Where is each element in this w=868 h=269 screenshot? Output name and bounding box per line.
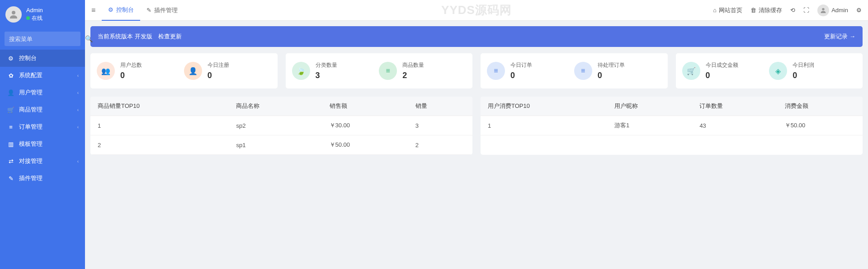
tab-0[interactable]: ⚙控制台 <box>102 0 140 21</box>
tab-label: 插件管理 <box>154 6 178 14</box>
sidebar: Admin 在线 🔍 ⚙控制台✿系统配置‹👤用户管理‹🛒商品管理‹≡订单管理‹▥… <box>0 0 85 269</box>
user-spending-table: 用户消费TOP10用户昵称订单数量消费金额1游客143￥50.00 <box>481 97 863 155</box>
table-header: 消费金额 <box>778 97 863 116</box>
stat-value: 2 <box>402 71 424 80</box>
stat-value: 0 <box>793 71 814 80</box>
main: ≡ ⚙控制台✎插件管理 YYDS源码网 ⌂网站首页 🗑清除缓存 ⟲ ⛶ Admi… <box>85 0 868 269</box>
table-row: 2sp1￥50.002 <box>90 135 472 155</box>
menu-icon: ✿ <box>7 72 14 79</box>
changelog-link[interactable]: 更新记录 → <box>824 32 855 41</box>
settings-icon[interactable]: ⚙ <box>856 7 862 14</box>
stat-icon: 👥 <box>97 62 115 80</box>
topbar: ≡ ⚙控制台✎插件管理 YYDS源码网 ⌂网站首页 🗑清除缓存 ⟲ ⛶ Admi… <box>85 0 868 21</box>
menu-label: 模板管理 <box>19 140 42 148</box>
stat-label: 今日订单 <box>510 61 532 69</box>
version-banner: 当前系统版本 开发版 检查更新 更新记录 → <box>90 26 863 47</box>
home-link[interactable]: ⌂网站首页 <box>713 6 742 14</box>
stat-value: 0 <box>510 71 532 80</box>
product-sales-table: 商品销量TOP10商品名称销售额销量1sp2￥30.0032sp1￥50.002 <box>90 97 472 155</box>
topbar-avatar <box>817 5 829 16</box>
search-input[interactable] <box>9 36 85 42</box>
banner-left: 当前系统版本 开发版 检查更新 <box>98 32 182 41</box>
menu-label: 订单管理 <box>19 123 42 131</box>
user-info: Admin 在线 <box>26 7 43 22</box>
check-update-link[interactable]: 检查更新 <box>158 33 182 40</box>
watermark: YYDS源码网 <box>441 2 512 18</box>
tab-icon: ⚙ <box>108 6 113 13</box>
stat-icon: 🍃 <box>292 62 310 80</box>
svg-point-1 <box>822 8 824 10</box>
topbar-right: ⌂网站首页 🗑清除缓存 ⟲ ⛶ Admin ⚙ <box>713 5 862 16</box>
stats-card-1: 🍃分类数量3≡商品数量2 <box>286 53 473 88</box>
stat-label: 分类数量 <box>316 61 337 69</box>
avatar[interactable] <box>5 6 22 23</box>
sidebar-item-2[interactable]: 👤用户管理‹ <box>0 84 85 101</box>
chevron-left-icon: ‹ <box>77 90 79 95</box>
refresh-icon[interactable]: ⟲ <box>790 7 795 14</box>
sidebar-menu: ⚙控制台✿系统配置‹👤用户管理‹🛒商品管理‹≡订单管理‹▥模板管理⇄对接管理‹✎… <box>0 50 85 187</box>
sidebar-item-4[interactable]: ≡订单管理‹ <box>0 118 85 135</box>
stat-value: 0 <box>598 71 625 80</box>
user-section: Admin 在线 <box>0 0 85 29</box>
table-header: 订单数量 <box>692 97 777 116</box>
search-icon[interactable]: 🔍 <box>85 35 93 42</box>
hamburger-icon[interactable]: ≡ <box>91 6 95 14</box>
table-header: 商品名称 <box>229 97 322 116</box>
stats-row: 👥用户总数0👤今日注册0🍃分类数量3≡商品数量2≡今日订单0≡待处理订单0🛒今日… <box>90 53 863 88</box>
menu-label: 对接管理 <box>19 157 42 165</box>
chevron-left-icon: ‹ <box>77 125 79 130</box>
chevron-left-icon: ‹ <box>77 73 79 78</box>
stat-value: 0 <box>120 71 142 80</box>
stat-icon: ≡ <box>574 62 592 80</box>
table-row: 1sp2￥30.003 <box>90 116 472 135</box>
stat-5: ≡待处理订单0 <box>574 61 661 80</box>
stat-icon: ◈ <box>769 62 787 80</box>
sidebar-item-0[interactable]: ⚙控制台 <box>0 50 85 67</box>
stat-label: 商品数量 <box>402 61 424 69</box>
menu-label: 控制台 <box>19 54 37 62</box>
stat-label: 今日成交金额 <box>706 61 738 69</box>
sidebar-item-3[interactable]: 🛒商品管理‹ <box>0 101 85 118</box>
table-header: 用户消费TOP10 <box>481 97 607 116</box>
svg-point-0 <box>12 11 15 14</box>
sidebar-item-6[interactable]: ⇄对接管理‹ <box>0 153 85 170</box>
stat-icon: ≡ <box>379 62 397 80</box>
table-header: 用户昵称 <box>607 97 692 116</box>
table-header: 销量 <box>408 97 472 116</box>
stat-1: 👤今日注册0 <box>184 61 271 80</box>
search-box[interactable]: 🔍 <box>5 32 80 46</box>
menu-label: 商品管理 <box>19 106 42 114</box>
stat-2: 🍃分类数量3 <box>292 61 379 80</box>
user-status: 在线 <box>26 14 43 22</box>
stat-0: 👥用户总数0 <box>97 61 184 80</box>
sidebar-item-1[interactable]: ✿系统配置‹ <box>0 67 85 84</box>
stat-label: 待处理订单 <box>598 61 625 69</box>
tables-row: 商品销量TOP10商品名称销售额销量1sp2￥30.0032sp1￥50.002… <box>90 97 863 155</box>
fullscreen-icon[interactable]: ⛶ <box>803 7 809 14</box>
chevron-left-icon: ‹ <box>77 159 79 164</box>
tabs: ⚙控制台✎插件管理 <box>102 0 184 21</box>
stat-value: 0 <box>706 71 738 80</box>
stat-6: 🛒今日成交金额0 <box>682 61 769 80</box>
user-name: Admin <box>26 7 43 14</box>
stat-3: ≡商品数量2 <box>379 61 466 80</box>
stat-label: 用户总数 <box>120 61 142 69</box>
home-icon: ⌂ <box>713 7 717 14</box>
clear-cache-link[interactable]: 🗑清除缓存 <box>750 6 782 14</box>
menu-icon: ▥ <box>7 141 14 148</box>
stat-7: ◈今日利润0 <box>769 61 856 80</box>
user-dropdown[interactable]: Admin <box>817 5 848 16</box>
stats-card-0: 👥用户总数0👤今日注册0 <box>90 53 278 88</box>
tab-1[interactable]: ✎插件管理 <box>140 0 184 21</box>
menu-icon: 👤 <box>7 89 14 96</box>
stats-card-3: 🛒今日成交金额0◈今日利润0 <box>676 53 863 88</box>
menu-icon: ⚙ <box>7 55 14 62</box>
stat-icon: 👤 <box>184 62 202 80</box>
trash-icon: 🗑 <box>750 7 756 14</box>
stat-4: ≡今日订单0 <box>487 61 574 80</box>
menu-icon: ≡ <box>7 124 14 130</box>
sidebar-item-5[interactable]: ▥模板管理 <box>0 135 85 153</box>
table-row: 1游客143￥50.00 <box>481 116 863 135</box>
sidebar-item-7[interactable]: ✎插件管理 <box>0 170 85 187</box>
chevron-left-icon: ‹ <box>77 107 79 112</box>
